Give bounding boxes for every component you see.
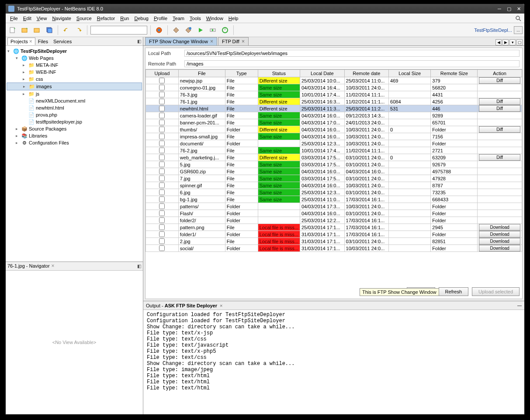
table-row[interactable]: social/FolderLocal file is miss...31/03/… (146, 245, 522, 252)
menu-edit[interactable]: Edit (21, 15, 34, 22)
table-row[interactable]: 76-3.jpgFileSame size10/01/2014 17:4...1… (146, 91, 522, 98)
tree-item[interactable]: ▾🌐Web Pages (7, 55, 142, 62)
upload-checkbox[interactable] (159, 113, 165, 118)
debug-button[interactable] (208, 25, 218, 35)
table-row[interactable]: web_marketing.j...FileDifferent size03/0… (146, 154, 522, 161)
tree-item[interactable]: ▸📁images (7, 83, 142, 90)
minimize-button[interactable]: ─ (496, 6, 502, 12)
maximize-button[interactable]: ▢ (506, 6, 512, 12)
tab-next-button[interactable]: ▶ (502, 39, 509, 45)
open-project-button[interactable] (32, 25, 42, 35)
menu-debug[interactable]: Debug (132, 15, 151, 22)
column-header[interactable]: Local Date (300, 70, 344, 77)
tree-item[interactable]: 📄prova.php (7, 111, 142, 118)
upload-checkbox[interactable] (159, 106, 165, 111)
menu-team[interactable]: Team (170, 15, 187, 22)
build-button[interactable] (171, 25, 181, 35)
output-body[interactable]: Configuration loaded for TestFtpSiteDepl… (143, 310, 524, 414)
action-button[interactable]: Download (479, 231, 520, 238)
upload-checkbox[interactable] (159, 85, 165, 90)
navigator-dock-icon[interactable]: ◧ (137, 264, 141, 269)
table-row[interactable]: banner-pcm-201...FileSame size04/03/2014… (146, 119, 522, 126)
close-icon[interactable]: × (210, 38, 213, 45)
upload-checkbox[interactable] (159, 189, 165, 195)
profile-button[interactable] (220, 25, 230, 35)
undo-button[interactable] (61, 25, 72, 35)
table-row[interactable]: thumbs/FolderDifferent size04/03/2014 16… (146, 126, 522, 133)
table-row[interactable]: patterns/Folder04/03/2014 17:3...10/03/2… (146, 203, 522, 210)
upload-checkbox[interactable] (159, 127, 165, 132)
table-row[interactable]: bg-1.jpgFileSame size25/03/2014 11:0...1… (146, 196, 522, 203)
left-tab-files[interactable]: Files (35, 38, 51, 45)
upload-checkbox[interactable] (159, 134, 165, 139)
upload-checkbox[interactable] (159, 224, 165, 230)
table-row[interactable]: 5.jpgFileSame size03/03/2014 17:5...03/1… (146, 161, 522, 168)
column-header[interactable]: Status (258, 70, 300, 77)
menu-profile[interactable]: Profile (151, 15, 170, 22)
action-button[interactable]: Diff (479, 154, 520, 161)
action-button[interactable]: Download (479, 245, 520, 251)
upload-checkbox[interactable] (159, 217, 165, 223)
menu-tools[interactable]: Tools (187, 15, 204, 22)
tab-max-button[interactable]: ▢ (516, 39, 523, 45)
editor-tab[interactable]: FTP Diff× (218, 37, 249, 45)
column-header[interactable]: Remote date (344, 70, 389, 77)
action-button[interactable]: Download (479, 238, 520, 244)
upload-checkbox[interactable] (159, 141, 165, 146)
menu-help[interactable]: Help (226, 15, 241, 22)
new-file-button[interactable]: + (7, 25, 18, 35)
project-more-button[interactable]: ... (514, 26, 523, 34)
table-row[interactable]: 76-1.jpgFileDifferent size25/03/2014 16:… (146, 98, 522, 105)
upload-checkbox[interactable] (159, 169, 165, 174)
tab-list-button[interactable]: ▾ (509, 39, 516, 45)
new-project-button[interactable]: + (20, 25, 30, 35)
navigator-close[interactable]: × (52, 263, 55, 269)
config-combo[interactable] (90, 26, 147, 34)
editor-tab[interactable]: FTP Show Change Window× (145, 37, 217, 45)
table-row[interactable]: documenti/Folder25/03/2014 12:3...10/03/… (146, 140, 522, 147)
dock-icon[interactable]: ◧ (137, 39, 141, 44)
table-row[interactable]: camera-loader.gifFileSame size04/03/2014… (146, 112, 522, 119)
output-minimize-icon[interactable]: — (517, 303, 522, 308)
upload-checkbox[interactable] (159, 92, 165, 97)
upload-checkbox[interactable] (159, 155, 165, 160)
table-row[interactable]: GSR600.zipFileSame size04/03/2014 16:0..… (146, 168, 522, 175)
tab-prev-button[interactable]: ◀ (495, 39, 502, 45)
close-icon[interactable]: × (242, 38, 245, 45)
table-row[interactable]: folder2/Folder25/03/2014 12:2...17/03/20… (146, 217, 522, 224)
upload-checkbox[interactable] (159, 210, 165, 216)
tree-item[interactable]: 📄newhtml.html (7, 104, 142, 111)
search-icon[interactable] (514, 15, 523, 22)
menu-run[interactable]: Run (118, 15, 132, 22)
upload-selected-button[interactable]: Upload selected (472, 287, 520, 296)
tree-root[interactable]: ▾🌐TestFtpSiteDeployer (7, 48, 142, 55)
table-row[interactable]: newjsp.jspFileDifferent size25/03/2014 1… (146, 77, 522, 84)
tree-item[interactable]: ▸📁WEB-INF (7, 69, 142, 76)
table-row[interactable]: 2.jpgFileLocal file is miss...31/03/2014… (146, 238, 522, 245)
upload-checkbox[interactable] (159, 99, 165, 104)
project-tree[interactable]: ▾🌐TestFtpSiteDeployer▾🌐Web Pages▸📁META-I… (6, 46, 143, 262)
tree-item[interactable]: ▸📁META-INF (7, 62, 142, 69)
tree-item[interactable]: ▸📚Libraries (7, 132, 142, 139)
table-row[interactable]: convegno-01.jpgFileSame size04/03/2014 1… (146, 84, 522, 91)
column-header[interactable]: Upload (146, 70, 179, 77)
action-button[interactable]: Diff (479, 77, 520, 84)
upload-checkbox[interactable] (159, 120, 165, 125)
action-button[interactable]: Diff (479, 98, 520, 105)
upload-checkbox[interactable] (159, 203, 165, 209)
redo-button[interactable] (73, 25, 84, 35)
change-table[interactable]: UploadFileTypeStatusLocal DateRemote dat… (145, 69, 522, 252)
upload-checkbox[interactable] (159, 231, 165, 237)
upload-checkbox[interactable] (159, 148, 165, 153)
close-button[interactable]: ✕ (516, 6, 522, 12)
menu-source[interactable]: Source (74, 15, 94, 22)
tree-item[interactable]: ▸📁css (7, 76, 142, 83)
column-header[interactable]: Local Size (389, 70, 431, 77)
tree-item[interactable]: 📄newXMLDocument.xml (7, 97, 142, 104)
tree-item[interactable]: ▸⚙Configuration Files (7, 139, 142, 146)
upload-checkbox[interactable] (159, 245, 165, 251)
table-row[interactable]: Flash/Folder04/03/2014 16:0...03/10/2011… (146, 210, 522, 217)
table-row[interactable]: 76-2.jpgFileSame size10/01/2014 17:4...1… (146, 147, 522, 154)
tree-item[interactable]: ▸📦Source Packages (7, 125, 142, 132)
column-header[interactable]: File (178, 70, 225, 77)
